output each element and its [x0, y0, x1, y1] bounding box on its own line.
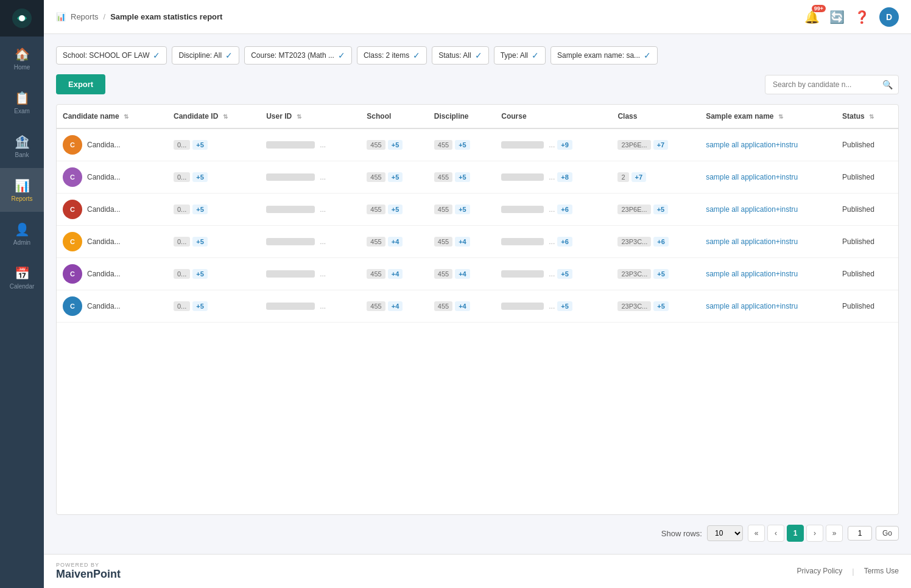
candidate-avatar-6: C [63, 296, 82, 316]
prev-page-button[interactable]: ‹ [767, 525, 784, 542]
transfer-button[interactable]: 🔄 [829, 10, 845, 24]
course-plus-2[interactable]: +8 [557, 172, 572, 182]
class-plus-3[interactable]: +5 [653, 205, 669, 214]
filter-course[interactable]: Course: MT2023 (Math ... ✓ [244, 46, 352, 65]
class-plus-1[interactable]: +7 [653, 140, 669, 150]
class-plus-6[interactable]: +5 [653, 301, 669, 311]
col-school[interactable]: School [361, 105, 427, 128]
col-user-id[interactable]: User ID ⇅ [260, 105, 361, 128]
discipline-plus-6[interactable]: +4 [455, 301, 470, 311]
course-plus-5[interactable]: +5 [557, 269, 572, 279]
export-button[interactable]: Export [56, 74, 105, 94]
candidate-id-plus-2[interactable]: +5 [192, 172, 208, 182]
course-plus-4[interactable]: +6 [557, 237, 572, 247]
terms-use-link[interactable]: Terms Use [864, 567, 899, 576]
search-input[interactable] [765, 75, 899, 94]
school-plus-5[interactable]: +4 [388, 269, 403, 279]
filter-status[interactable]: Status: All ✓ [432, 46, 488, 65]
col-candidate-id[interactable]: Candidate ID ⇅ [167, 105, 260, 128]
filter-sample-exam-check-icon: ✓ [644, 51, 651, 60]
col-discipline[interactable]: Discipline [428, 105, 495, 128]
class-plus-5[interactable]: +5 [653, 269, 669, 279]
privacy-policy-link[interactable]: Privacy Policy [797, 567, 843, 576]
discipline-plus-4[interactable]: +4 [455, 237, 470, 247]
go-button[interactable]: Go [876, 526, 899, 541]
cell-candidate-id-2: 0...+5 [167, 161, 260, 194]
course-ellipsis-4: ... [549, 237, 555, 246]
candidate-id-plus-5[interactable]: +5 [192, 269, 208, 279]
page-number-input[interactable] [848, 526, 872, 541]
class-val-5: 23P3C... [617, 269, 651, 279]
admin-icon: 👤 [15, 222, 30, 237]
course-plus-1[interactable]: +9 [557, 140, 572, 150]
cell-candidate-id-1: 0...+5 [167, 128, 260, 161]
cell-candidate-name-4: C Candida... [57, 226, 167, 258]
course-redacted-1 [501, 141, 544, 149]
filter-course-check-icon: ✓ [338, 51, 345, 60]
school-plus-3[interactable]: +5 [388, 205, 403, 214]
course-plus-3[interactable]: +6 [557, 205, 572, 214]
main-area: 📊 Reports / Sample exam statistics repor… [44, 0, 911, 588]
discipline-plus-2[interactable]: +5 [455, 172, 470, 182]
cell-class-1: 23P6E...+7 [611, 128, 700, 161]
breadcrumb-current: Sample exam statistics report [110, 12, 222, 21]
last-page-button[interactable]: » [826, 525, 843, 542]
sidebar-item-calendar[interactable]: 📅 Calendar [0, 256, 44, 299]
candidate-id-plus-6[interactable]: +5 [192, 301, 208, 311]
cell-discipline-1: 455+5 [428, 128, 495, 161]
col-candidate-name[interactable]: Candidate name ⇅ [57, 105, 167, 128]
candidate-id-val-5: 0... [174, 269, 190, 279]
school-val-3: 455 [367, 205, 385, 214]
filter-discipline[interactable]: Discipline: All ✓ [172, 46, 239, 65]
school-plus-2[interactable]: +5 [388, 172, 403, 182]
class-plus-4[interactable]: +6 [653, 237, 669, 247]
sidebar-item-bank[interactable]: 🏦 Bank [0, 124, 44, 168]
user-id-ellipsis-1: ... [320, 141, 326, 149]
help-button[interactable]: ❓ [854, 10, 870, 24]
first-page-button[interactable]: « [748, 525, 765, 542]
class-plus-2[interactable]: +7 [631, 172, 647, 182]
sidebar-item-reports[interactable]: 📊 Reports [0, 168, 44, 212]
col-course[interactable]: Course [495, 105, 611, 128]
discipline-plus-5[interactable]: +4 [455, 269, 470, 279]
cell-status-5: Published [836, 258, 898, 290]
user-id-redacted-6 [266, 303, 315, 310]
col-sample-exam-name[interactable]: Sample exam name ⇅ [700, 105, 836, 128]
col-class[interactable]: Class [611, 105, 700, 128]
sidebar-item-home[interactable]: 🏠 Home [0, 37, 44, 80]
school-plus-4[interactable]: +4 [388, 237, 403, 247]
cell-user-id-3: ... [260, 194, 361, 226]
candidate-id-plus-4[interactable]: +5 [192, 237, 208, 247]
filter-class-label: Class: 2 items [364, 51, 409, 60]
candidate-cell-5: C Candida... [63, 264, 161, 284]
rows-per-page-select[interactable]: 10 20 50 100 [707, 525, 743, 541]
discipline-val-6: 455 [434, 301, 452, 311]
filter-school[interactable]: School: SCHOOL OF LAW ✓ [56, 46, 167, 65]
user-avatar[interactable]: D [879, 7, 899, 27]
user-id-redacted-3 [266, 206, 315, 213]
filter-class[interactable]: Class: 2 items ✓ [357, 46, 427, 65]
course-ellipsis-1: ... [549, 141, 555, 149]
candidate-id-plus-3[interactable]: +5 [192, 205, 208, 214]
cell-sample-exam-6: sample all application+instru [700, 290, 836, 323]
school-val-6: 455 [367, 301, 385, 311]
candidate-id-plus-1[interactable]: +5 [192, 140, 208, 150]
sidebar-item-admin[interactable]: 👤 Admin [0, 212, 44, 256]
breadcrumb-parent[interactable]: Reports [71, 12, 99, 21]
sidebar-item-exam[interactable]: 📋 Exam [0, 80, 44, 124]
discipline-plus-3[interactable]: +5 [455, 205, 470, 214]
course-plus-6[interactable]: +5 [557, 301, 572, 311]
col-status[interactable]: Status ⇅ [836, 105, 898, 128]
discipline-plus-1[interactable]: +5 [455, 140, 470, 150]
school-plus-6[interactable]: +4 [388, 301, 403, 311]
school-plus-1[interactable]: +5 [388, 140, 403, 150]
notifications-button[interactable]: 🔔 99+ [804, 10, 820, 24]
filter-sample-exam-name[interactable]: Sample exam name: sa... ✓ [550, 46, 658, 65]
page-1-button[interactable]: 1 [787, 525, 804, 542]
sample-exam-text-5: sample all application+instru [706, 270, 798, 278]
filter-sample-exam-label: Sample exam name: sa... [557, 51, 640, 60]
sort-icon-status: ⇅ [869, 113, 874, 120]
candidate-name-text-5: Candida... [87, 270, 121, 278]
filter-type[interactable]: Type: All ✓ [494, 46, 546, 65]
next-page-button[interactable]: › [806, 525, 823, 542]
